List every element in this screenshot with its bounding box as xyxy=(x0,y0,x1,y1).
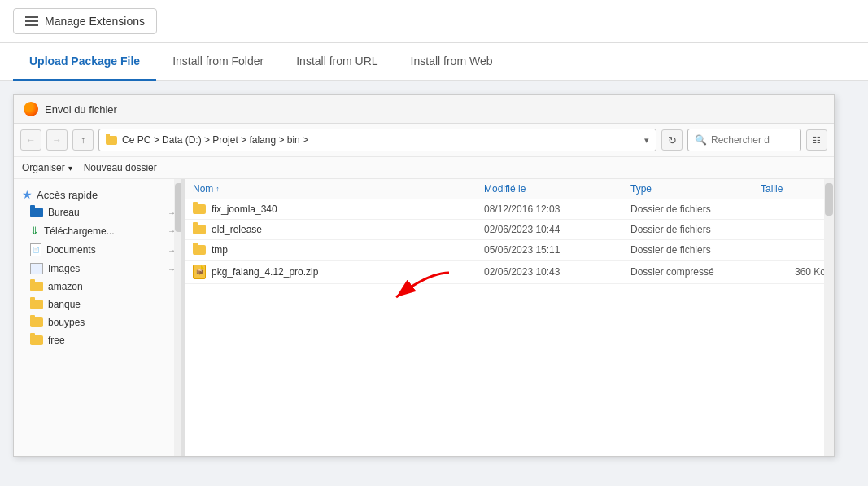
col-header-nom[interactable]: Nom ↑ xyxy=(193,183,484,195)
folder-icon-banque xyxy=(30,300,43,309)
folder-icon-bureau xyxy=(30,208,43,217)
dialog-title: Envoi du fichier xyxy=(45,103,117,116)
sidebar-item-bouypes[interactable]: bouypes xyxy=(14,313,184,331)
folder-icon-free xyxy=(30,335,43,345)
file-name-tmp: tmp xyxy=(193,244,484,256)
file-list-area: Nom ↑ Modifié le Type Taille xyxy=(185,179,834,456)
sidebar: ★ Accès rapide Bureau → ⇓ Téléchargeme..… xyxy=(14,179,185,456)
dialog-toolbar: ← → ↑ Ce PC > Data (D:) > Projet > falan… xyxy=(14,124,834,157)
col-header-modified[interactable]: Modifié le xyxy=(484,183,630,195)
sidebar-item-banque-label: banque xyxy=(48,299,81,310)
sidebar-section-label: Accès rapide xyxy=(37,189,98,201)
sidebar-item-free-label: free xyxy=(48,335,65,346)
folder-icon-amazon xyxy=(30,282,43,291)
file-row-old-release[interactable]: old_release 02/06/2023 10:44 Dossier de … xyxy=(185,220,834,240)
breadcrumb-folder-icon xyxy=(106,136,117,145)
tab-upload-package[interactable]: Upload Package File xyxy=(13,43,156,81)
nouveau-dossier-label: Nouveau dossier xyxy=(84,162,157,173)
nouveau-dossier-button[interactable]: Nouveau dossier xyxy=(84,162,157,173)
sidebar-item-documents-label: Documents xyxy=(46,244,96,256)
view-toggle-button[interactable]: ☷ xyxy=(806,129,827,151)
address-dropdown-icon[interactable]: ▾ xyxy=(644,135,649,146)
sidebar-item-banque[interactable]: banque xyxy=(14,296,184,313)
sidebar-item-amazon-label: amazon xyxy=(48,281,83,292)
sidebar-item-telechargements[interactable]: ⇓ Téléchargeme... → xyxy=(14,221,184,240)
sidebar-item-bureau[interactable]: Bureau → xyxy=(14,204,184,221)
file-type-tmp: Dossier de fichiers xyxy=(630,244,761,256)
tab-install-web[interactable]: Install from Web xyxy=(395,43,509,81)
file-date-fix-joomla: 08/12/2016 12:03 xyxy=(484,204,630,215)
tab-install-url[interactable]: Install from URL xyxy=(280,43,394,81)
sidebar-item-telechargements-label: Téléchargeme... xyxy=(44,225,115,237)
tabs-bar: Upload Package File Install from Folder … xyxy=(0,43,868,81)
download-icon: ⇓ xyxy=(30,225,39,237)
organiser-arrow-icon: ▾ xyxy=(68,164,72,173)
tab-install-folder[interactable]: Install from Folder xyxy=(156,43,280,81)
sidebar-item-bureau-label: Bureau xyxy=(48,207,80,218)
menu-icon xyxy=(25,16,38,26)
file-type-pkg-falang: Dossier compressé xyxy=(630,266,761,278)
sidebar-scrollbar[interactable] xyxy=(174,179,184,456)
file-row-pkg-falang[interactable]: 📦 pkg_falang_4.12_pro.zip 02/06/2023 10:… xyxy=(185,261,834,284)
sidebar-scroll-thumb[interactable] xyxy=(175,183,183,232)
sidebar-item-amazon[interactable]: amazon xyxy=(14,278,184,296)
back-button[interactable]: ← xyxy=(20,129,41,151)
dialog-wrapper: Envoi du fichier ← → ↑ Ce PC > Data (D:)… xyxy=(0,81,868,470)
file-date-old-release: 02/06/2023 10:44 xyxy=(484,224,630,235)
col-header-taille[interactable]: Taille xyxy=(761,183,826,195)
sidebar-item-images[interactable]: Images → xyxy=(14,260,184,278)
actions-bar: Organiser ▾ Nouveau dossier xyxy=(14,157,834,179)
file-row-tmp[interactable]: tmp 05/06/2023 15:11 Dossier de fichiers xyxy=(185,240,834,261)
manage-extensions-button[interactable]: Manage Extensions xyxy=(13,8,157,34)
file-type-old-release: Dossier de fichiers xyxy=(630,224,761,235)
file-size-pkg-falang: 360 Ko xyxy=(761,266,826,278)
sidebar-item-documents[interactable]: 📄 Documents → xyxy=(14,240,184,260)
file-row-zip-wrapper: 📦 pkg_falang_4.12_pro.zip 02/06/2023 10:… xyxy=(185,261,834,284)
sidebar-item-free[interactable]: free xyxy=(14,331,184,349)
organiser-label: Organiser xyxy=(22,162,65,173)
file-dialog: Envoi du fichier ← → ↑ Ce PC > Data (D:)… xyxy=(13,94,835,457)
img-icon xyxy=(30,263,43,274)
docs-icon: 📄 xyxy=(30,243,41,256)
column-headers: Nom ↑ Modifié le Type Taille xyxy=(185,179,834,199)
file-date-pkg-falang: 02/06/2023 10:43 xyxy=(484,266,630,278)
file-row-fix-joomla[interactable]: fix_joomla_340 08/12/2016 12:03 Dossier … xyxy=(185,199,834,220)
star-icon: ★ xyxy=(22,188,33,201)
address-bar[interactable]: Ce PC > Data (D:) > Projet > falang > bi… xyxy=(98,129,656,151)
file-name-pkg-falang: 📦 pkg_falang_4.12_pro.zip xyxy=(193,265,484,279)
manage-extensions-label: Manage Extensions xyxy=(45,15,145,28)
file-list-scroll-thumb[interactable] xyxy=(825,183,833,216)
col-header-type[interactable]: Type xyxy=(630,183,761,195)
file-date-tmp: 05/06/2023 15:11 xyxy=(484,244,630,256)
browser-area: ★ Accès rapide Bureau → ⇓ Téléchargeme..… xyxy=(14,179,834,456)
top-bar: Manage Extensions xyxy=(0,0,868,43)
sidebar-section-acces-rapide[interactable]: ★ Accès rapide xyxy=(14,184,184,204)
sidebar-item-images-label: Images xyxy=(48,263,80,274)
file-name-old-release: old_release xyxy=(193,224,484,235)
search-input[interactable] xyxy=(711,134,792,146)
organiser-button[interactable]: Organiser ▾ xyxy=(22,162,72,173)
search-icon: 🔍 xyxy=(695,134,707,146)
firefox-icon xyxy=(24,102,38,116)
refresh-button[interactable]: ↻ xyxy=(661,129,683,151)
file-type-fix-joomla: Dossier de fichiers xyxy=(630,204,761,215)
dialog-titlebar: Envoi du fichier xyxy=(14,95,834,124)
file-list-scrollbar[interactable] xyxy=(824,179,834,456)
folder-icon-tmp xyxy=(193,245,206,255)
search-box[interactable]: 🔍 xyxy=(687,129,801,151)
breadcrumb-text: Ce PC > Data (D:) > Projet > falang > bi… xyxy=(122,134,639,146)
zip-icon-pkg-falang: 📦 xyxy=(193,265,206,279)
folder-icon-old-release xyxy=(193,225,206,234)
sidebar-item-bouypes-label: bouypes xyxy=(48,317,85,328)
sort-icon-nom: ↑ xyxy=(216,185,220,193)
file-name-fix-joomla: fix_joomla_340 xyxy=(193,204,484,215)
folder-icon-fix-joomla xyxy=(193,204,206,214)
up-button[interactable]: ↑ xyxy=(72,129,94,151)
forward-button[interactable]: → xyxy=(46,129,68,151)
folder-icon-bouypes xyxy=(30,317,43,327)
